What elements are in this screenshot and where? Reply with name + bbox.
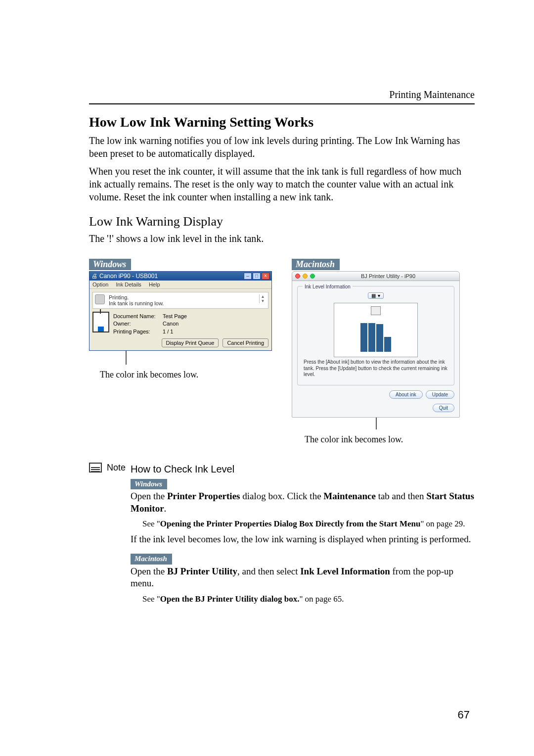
win-title: Canon iP90 - USB001 [99,273,158,280]
mac-zoom-button[interactable] [310,274,315,279]
windows-caption: The color ink becomes low. [100,370,272,380]
status-line-2: Ink tank is running low. [109,300,255,306]
cancel-printing-button[interactable]: Cancel Printing [222,338,268,347]
section-header: Printing Maintenance [89,89,475,100]
mac-title: BJ Printer Utility - iP90 [320,273,456,279]
heading-main: How Low Ink Warning Setting Works [89,114,475,130]
note-mac-p1: Open the BJ Printer Utility, and then se… [131,566,475,590]
ink-cartridge-icon [371,306,381,315]
printer-icon: 🖨 [91,273,97,280]
win-info-fields: Document Name:Test Page Owner:Canon Prin… [113,312,187,335]
note-label: Note [107,463,126,473]
mac-close-button[interactable] [295,274,300,279]
menu-option[interactable]: Option [92,282,108,287]
note-windows-p1: Open the Printer Properties dialog box. … [131,490,475,515]
mac-utility-window: BJ Printer Utility - iP90 Ink Level Info… [292,271,460,418]
leader-line [376,418,377,429]
mac-ink-box [334,303,418,357]
note-mac-see: See "Open the BJ Printer Utility dialog … [142,594,475,605]
status-line-1: Printing. [109,294,255,300]
section-rule [89,103,475,104]
mac-caption: The color ink becomes low. [305,434,475,445]
mac-popup-menu[interactable]: ▦▾ [368,292,384,299]
note-windows-p2: If the ink level becomes low, the low in… [131,533,475,546]
windows-status-window: 🖨 Canon iP90 - USB001 – □ × Option Ink D… [89,271,272,351]
about-ink-button[interactable]: About ink [389,390,423,399]
note-icon [89,463,102,472]
menu-help[interactable]: Help [149,282,160,287]
paragraph-1: The low ink warning notifies you of low … [89,134,475,160]
heading-sub: Low Ink Warning Display [89,214,475,229]
doc-name-label: Document Name: [113,313,163,320]
ink-level-bars [360,317,391,352]
pages-value: 1 / 1 [163,329,173,334]
pages-label: Printing Pages: [113,328,163,335]
mac-ink-panel: Ink Level Information ▦▾ Press the [297,286,454,385]
quit-button[interactable]: Quit [433,404,454,412]
paragraph-2: When you reset the ink counter, it will … [89,165,475,203]
win-titlebar: 🖨 Canon iP90 - USB001 – □ × [89,272,271,281]
paragraph-3: The '!' shows a low ink level in the ink… [89,232,475,245]
win-menubar: Option Ink Details Help [89,281,271,289]
doc-name-value: Test Page [163,313,187,319]
cartridge-icon: ▦ [371,293,376,298]
maximize-button[interactable]: □ [253,273,261,280]
mac-titlebar: BJ Printer Utility - iP90 [292,272,459,281]
page-number: 67 [458,709,470,721]
close-button[interactable]: × [262,273,269,280]
owner-label: Owner: [113,320,163,328]
mac-column: Macintosh BJ Printer Utility - iP90 Ink … [292,259,475,445]
leader-line [126,351,127,365]
menu-ink-details[interactable]: Ink Details [116,282,141,287]
macintosh-tag-note: Macintosh [131,554,172,565]
owner-value: Canon [163,321,178,327]
update-button[interactable]: Update [426,390,454,399]
ink-tank-icon: ! [92,312,109,332]
macintosh-tag: Macintosh [292,259,340,270]
display-print-queue-button[interactable]: Display Print Queue [162,338,219,347]
status-printer-icon [95,294,105,304]
note-heading: How to Check Ink Level [131,463,475,475]
mac-instruction-text: Press the [About ink] button to view the… [303,357,449,380]
mac-panel-label: Ink Level Information [303,284,353,289]
mac-minimize-button[interactable] [303,274,308,279]
windows-column: Windows 🖨 Canon iP90 - USB001 – □ × Opti… [89,259,272,445]
windows-tag-note: Windows [131,479,167,490]
minimize-button[interactable]: – [244,273,252,280]
windows-tag: Windows [89,259,131,270]
low-ink-indicator: ! [99,308,101,315]
scrollbar[interactable]: ▲▼ [259,294,266,303]
note-windows-see: See "Opening the Printer Properties Dial… [142,519,475,529]
